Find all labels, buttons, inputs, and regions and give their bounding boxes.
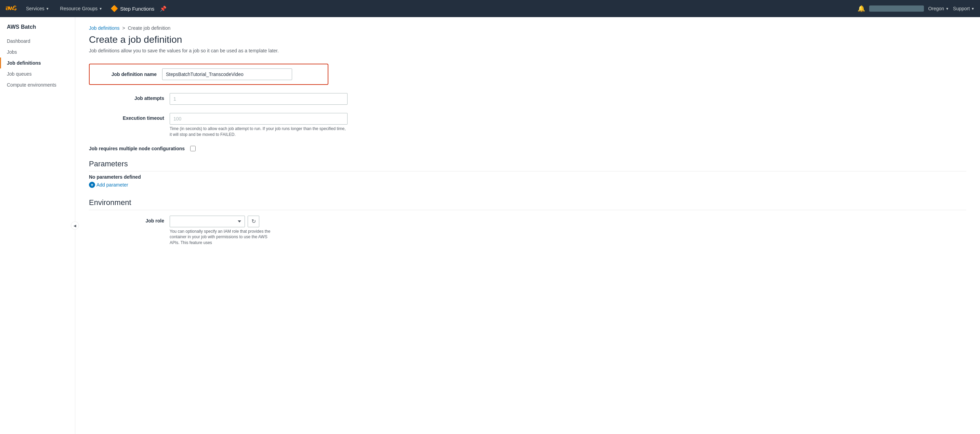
- job-role-label: Job role: [89, 215, 164, 223]
- job-attempts-row: Job attempts: [89, 93, 397, 105]
- execution-timeout-label: Execution timeout: [89, 113, 164, 121]
- main-content: Job definitions > Create job definition …: [75, 17, 980, 434]
- job-definition-name-row: Job definition name: [89, 64, 328, 85]
- step-functions-label: Step Functions: [120, 6, 154, 12]
- sidebar-title: AWS Batch: [0, 24, 75, 36]
- sidebar-item-dashboard-label: Dashboard: [7, 38, 30, 44]
- breadcrumb-link[interactable]: Job definitions: [89, 26, 120, 31]
- step-functions-emoji-icon: 🔶: [110, 5, 118, 12]
- services-chevron-icon: ▼: [46, 7, 49, 11]
- add-parameter-button[interactable]: + Add parameter: [89, 182, 966, 188]
- environment-section: Environment Job role ↻ You can optionall…: [89, 198, 966, 246]
- services-label: Services: [26, 6, 45, 11]
- sidebar-item-compute-environments[interactable]: Compute environments: [0, 80, 75, 90]
- region-chevron-icon: ▼: [945, 7, 949, 11]
- job-definition-name-input[interactable]: [162, 69, 292, 80]
- environment-heading: Environment: [89, 198, 966, 210]
- multiple-node-checkbox[interactable]: [190, 146, 196, 151]
- job-role-controls: ↻ You can optionally specify an IAM role…: [170, 215, 272, 246]
- step-functions-nav[interactable]: 🔶 Step Functions: [110, 5, 154, 12]
- top-navigation: Services ▼ Resource Groups ▼ 🔶 Step Func…: [0, 0, 980, 17]
- job-role-select-wrap: ↻: [170, 215, 272, 227]
- region-selector[interactable]: Oregon ▼: [928, 6, 949, 11]
- add-parameter-plus-icon: +: [89, 182, 95, 188]
- account-bar: [869, 5, 924, 12]
- breadcrumb-current: Create job definition: [128, 26, 171, 31]
- refresh-icon: ↻: [251, 218, 256, 225]
- execution-timeout-row: Execution timeout Time (in seconds) to a…: [89, 113, 397, 137]
- job-attempts-label: Job attempts: [89, 93, 164, 101]
- parameters-section: Parameters No parameters defined + Add p…: [89, 160, 966, 188]
- notifications-bell-icon[interactable]: 🔔: [858, 5, 865, 12]
- resource-groups-chevron-icon: ▼: [99, 7, 102, 11]
- sidebar-collapse-button[interactable]: ◀: [71, 222, 79, 230]
- support-menu[interactable]: Support ▼: [953, 6, 975, 11]
- job-role-hint: You can optionally specify an IAM role t…: [170, 229, 272, 246]
- no-params-label: No parameters defined: [89, 174, 966, 180]
- support-label: Support: [953, 6, 970, 11]
- execution-timeout-wrap: Time (in seconds) to allow each job atte…: [170, 113, 348, 137]
- region-label: Oregon: [928, 6, 944, 11]
- sidebar: AWS Batch Dashboard Jobs Job definitions…: [0, 17, 75, 434]
- services-nav[interactable]: Services ▼: [23, 5, 52, 13]
- multiple-node-label: Job requires multiple node configuration…: [89, 146, 185, 151]
- support-chevron-icon: ▼: [971, 7, 975, 11]
- job-role-refresh-button[interactable]: ↻: [248, 215, 259, 227]
- breadcrumb-separator: >: [123, 26, 125, 31]
- job-attempts-wrap: [170, 93, 348, 105]
- nav-right: 🔔 Oregon ▼ Support ▼: [858, 5, 975, 12]
- add-parameter-label: Add parameter: [97, 182, 128, 188]
- sidebar-item-job-queues-label: Job queues: [7, 71, 32, 77]
- sidebar-item-jobs[interactable]: Jobs: [0, 46, 75, 57]
- execution-timeout-hint: Time (in seconds) to allow each job atte…: [170, 126, 348, 137]
- resource-groups-label: Resource Groups: [60, 6, 98, 11]
- sidebar-item-job-definitions[interactable]: Job definitions: [0, 57, 75, 69]
- job-role-select[interactable]: [170, 215, 245, 227]
- multiple-node-row: Job requires multiple node configuration…: [89, 146, 397, 151]
- aws-logo[interactable]: [5, 2, 18, 15]
- page-description: Job definitions allow you to save the va…: [89, 48, 966, 53]
- form-section: Job definition name Job attempts Executi…: [89, 64, 397, 151]
- page-layout: AWS Batch Dashboard Jobs Job definitions…: [0, 17, 980, 434]
- job-role-row: Job role ↻ You can optionally specify an…: [89, 215, 966, 246]
- parameters-heading: Parameters: [89, 160, 966, 171]
- sidebar-item-job-definitions-label: Job definitions: [7, 60, 41, 66]
- sidebar-item-job-queues[interactable]: Job queues: [0, 69, 75, 80]
- job-attempts-input[interactable]: [170, 93, 348, 105]
- sidebar-item-jobs-label: Jobs: [7, 49, 17, 55]
- breadcrumb: Job definitions > Create job definition: [89, 26, 966, 31]
- resource-groups-nav[interactable]: Resource Groups ▼: [57, 5, 105, 13]
- page-title: Create a job definition: [89, 34, 966, 45]
- sidebar-item-compute-environments-label: Compute environments: [7, 82, 56, 88]
- job-definition-name-label: Job definition name: [95, 72, 157, 77]
- execution-timeout-input[interactable]: [170, 113, 348, 124]
- pin-icon[interactable]: 📌: [160, 5, 167, 12]
- sidebar-item-dashboard[interactable]: Dashboard: [0, 36, 75, 46]
